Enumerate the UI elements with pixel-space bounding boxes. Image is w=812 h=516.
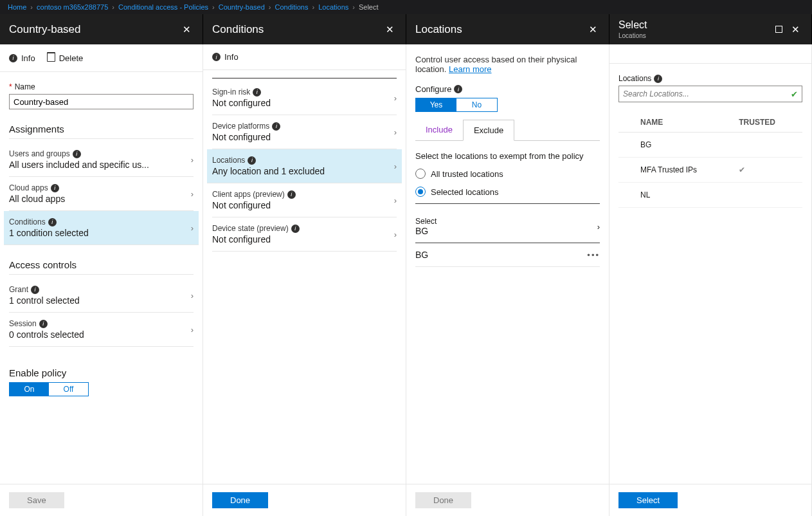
list-item[interactable]: Grant i 1 control selected › bbox=[9, 279, 194, 313]
row-title: Locations bbox=[212, 156, 245, 165]
blade2-close-icon[interactable]: ✕ bbox=[383, 24, 397, 35]
crumb-policies[interactable]: Conditional access - Policies bbox=[118, 3, 208, 11]
blade4-subtitle: Locations bbox=[618, 32, 775, 39]
search-locations[interactable]: ✔ bbox=[618, 86, 802, 102]
trash-icon bbox=[47, 52, 55, 64]
location-row[interactable]: NL bbox=[618, 183, 802, 208]
select-button[interactable]: Select bbox=[618, 492, 678, 508]
learn-more-link[interactable]: Learn more bbox=[449, 64, 491, 74]
row-value: All cloud apps bbox=[9, 194, 65, 204]
location-row[interactable]: MFA Trusted IPs ✔ bbox=[618, 158, 802, 183]
blade4-title: Select bbox=[618, 19, 775, 31]
crumb-tenant[interactable]: contoso m365x288775 bbox=[37, 3, 108, 11]
info-label: Info bbox=[21, 53, 35, 63]
enable-policy-toggle[interactable]: On Off bbox=[9, 382, 89, 396]
crumb-conditions[interactable]: Conditions bbox=[275, 3, 309, 11]
chevron-right-icon: › bbox=[191, 223, 194, 233]
select-location-row[interactable]: Select BG › bbox=[415, 210, 600, 243]
assignments-heading: Assignments bbox=[9, 124, 194, 139]
row-value: 0 controls selected bbox=[9, 329, 84, 340]
done-button[interactable]: Done bbox=[212, 492, 268, 508]
toggle-off[interactable]: Off bbox=[49, 383, 88, 396]
list-item[interactable]: Device platforms i Not configured › bbox=[212, 115, 397, 149]
blade1-close-icon[interactable]: ✕ bbox=[180, 24, 194, 35]
crumb-locations[interactable]: Locations bbox=[318, 3, 348, 11]
location-trusted bbox=[732, 183, 802, 208]
row-title: Client apps (preview) bbox=[212, 190, 285, 199]
location-row[interactable]: BG bbox=[618, 133, 802, 158]
configure-no[interactable]: No bbox=[456, 98, 497, 111]
blade3-close-icon[interactable]: ✕ bbox=[586, 24, 600, 35]
info-icon: i bbox=[287, 190, 296, 199]
configure-toggle[interactable]: Yes No bbox=[415, 98, 498, 112]
list-item[interactable]: Session i 0 controls selected › bbox=[9, 313, 194, 347]
row-title: Sign-in risk bbox=[212, 88, 250, 97]
locations-label: Locations bbox=[618, 74, 651, 83]
search-input[interactable] bbox=[623, 89, 791, 98]
done-button[interactable]: Done bbox=[415, 492, 471, 508]
chevron-right-icon: › bbox=[394, 127, 397, 137]
location-trusted: ✔ bbox=[732, 158, 802, 183]
configure-yes[interactable]: Yes bbox=[416, 98, 456, 111]
list-item[interactable]: Sign-in risk i Not configured › bbox=[212, 81, 397, 115]
info-button[interactable]: i Info bbox=[212, 52, 239, 62]
info-icon: i bbox=[272, 122, 280, 131]
policy-name-input[interactable] bbox=[9, 94, 194, 109]
enable-policy-label: Enable policy bbox=[9, 367, 194, 378]
info-button[interactable]: i Info bbox=[9, 53, 35, 63]
breadcrumb: Home› contoso m365x288775› Conditional a… bbox=[0, 0, 812, 14]
list-item[interactable]: Device state (preview) i Not configured … bbox=[212, 217, 397, 252]
row-title: Session bbox=[9, 319, 37, 328]
row-value: Not configured bbox=[212, 132, 280, 142]
list-item[interactable]: Locations i Any location and 1 excluded … bbox=[207, 149, 402, 183]
info-label: Info bbox=[224, 52, 239, 62]
info-icon: i bbox=[654, 75, 662, 83]
tab-exclude[interactable]: Exclude bbox=[463, 120, 514, 141]
radio-selected-locations[interactable]: Selected locations bbox=[415, 187, 600, 197]
list-item[interactable]: Cloud apps i All cloud apps › bbox=[9, 177, 194, 211]
location-name: MFA Trusted IPs bbox=[634, 158, 732, 183]
blade-select: Locations i ✔ NAME TRUSTED BG M bbox=[609, 44, 812, 516]
crumb-home[interactable]: Home bbox=[8, 3, 26, 11]
info-icon: i bbox=[51, 184, 59, 192]
more-icon[interactable]: ••• bbox=[587, 250, 600, 260]
blade-country-based: i Info Delete *Name Assignments Users an… bbox=[0, 44, 203, 516]
delete-button[interactable]: Delete bbox=[47, 52, 84, 64]
col-name: NAME bbox=[634, 113, 732, 133]
chevron-right-icon: › bbox=[191, 189, 194, 199]
crumb-policy[interactable]: Country-based bbox=[219, 3, 265, 11]
row-value: Not configured bbox=[212, 200, 296, 210]
save-button[interactable]: Save bbox=[9, 492, 64, 508]
radio-icon bbox=[415, 169, 426, 179]
blade2-title: Conditions bbox=[212, 23, 383, 36]
blade4-close-icon[interactable]: ✕ bbox=[789, 24, 802, 35]
delete-label: Delete bbox=[59, 53, 84, 63]
configure-label: Configure bbox=[415, 84, 451, 94]
info-icon: i bbox=[39, 320, 48, 328]
access-controls-heading: Access controls bbox=[9, 259, 194, 275]
row-value: 1 control selected bbox=[9, 295, 80, 306]
chevron-right-icon: › bbox=[597, 222, 600, 232]
blade4-maximize-icon[interactable] bbox=[775, 26, 782, 33]
radio-all-trusted[interactable]: All trusted locations bbox=[415, 169, 600, 179]
tab-include[interactable]: Include bbox=[415, 120, 463, 140]
locations-desc: Control user access based on their physi… bbox=[415, 55, 577, 74]
row-title: Device state (preview) bbox=[212, 224, 289, 233]
list-item[interactable]: Users and groups i All users included an… bbox=[9, 143, 194, 177]
toggle-on[interactable]: On bbox=[10, 383, 49, 396]
list-item[interactable]: Conditions i 1 condition selected › bbox=[4, 211, 199, 245]
radio-label: All trusted locations bbox=[431, 169, 503, 179]
blade1-title: Country-based bbox=[9, 23, 180, 36]
check-icon: ✔ bbox=[791, 89, 798, 99]
radio-label: Selected locations bbox=[431, 187, 499, 197]
blade-locations: Control user access based on their physi… bbox=[406, 44, 609, 516]
chevron-right-icon: › bbox=[191, 325, 194, 335]
radio-icon bbox=[415, 187, 426, 197]
list-item[interactable]: Client apps (preview) i Not configured › bbox=[212, 183, 397, 217]
name-label: Name bbox=[15, 82, 35, 91]
chevron-right-icon: › bbox=[394, 196, 397, 205]
chevron-right-icon: › bbox=[191, 155, 194, 165]
info-icon: i bbox=[48, 218, 57, 226]
row-title: Conditions bbox=[9, 217, 46, 226]
select-value: BG bbox=[415, 226, 437, 236]
